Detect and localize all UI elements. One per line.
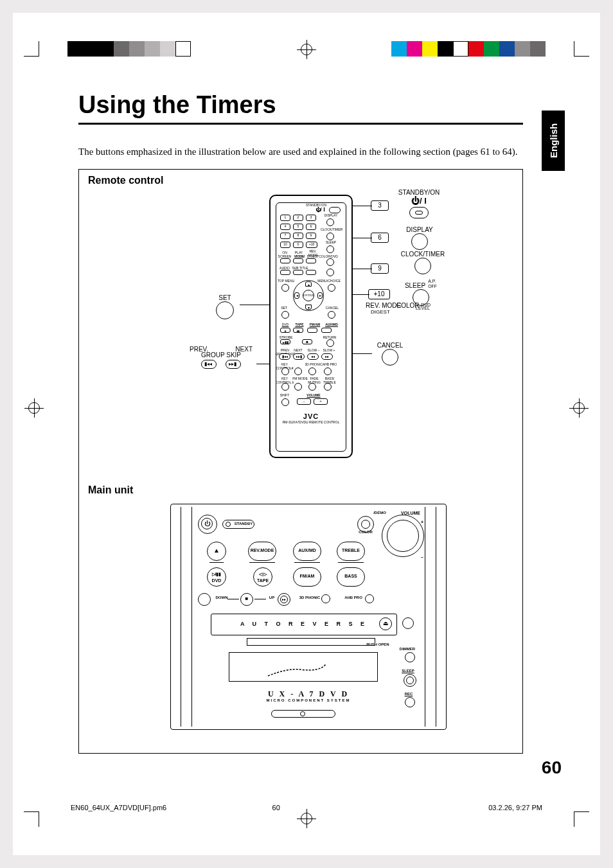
remote-inner-outline: STANDBY/ON ⏻/ I 1 2 3 DISPLAY 4 5 6 [276,202,346,452]
tiny-display-btn [326,218,334,226]
model-label: U X - A 7 D V D [171,689,446,699]
callout-standby: STANDBY/ON ⏻/ I [390,189,448,220]
prev-track-icon: ▮◂◂ [204,361,212,367]
tiny-key-3: 3 [306,215,316,221]
nav-down-icon: ▾ [305,305,312,310]
tiny-key-5: 5 [293,224,303,230]
key-9-icon: 9 [371,263,389,274]
dvd-button: ▷/▮▮ DVD [207,567,226,587]
tiny-stop-btn: ■ [302,339,312,344]
tiny-subtitle-btn [293,270,303,275]
tiny-volup-btn: + [314,398,328,405]
label-standby: STANDBY/ON [390,189,448,196]
tiny-key-plus10: +10 [306,242,317,248]
tiny-playmode-btn [293,258,303,263]
ahbpro-btn [365,594,374,603]
tiny-onscreen-btn [280,258,290,263]
page-title: Using the Timers [78,91,528,119]
label-cancel: CANCEL [371,342,409,349]
tiny-key-6: 6 [306,224,316,230]
callout-color: COLOR DVD LEVEL [396,302,441,316]
tiny-ff-btn: ▸▸ [321,353,333,360]
ulabel-ahbpro: AHB PRO [342,596,365,599]
main-unit-title: Main unit [88,484,513,496]
auxmd-button: AUX/MD [293,542,321,561]
clock-timer-ring-icon [414,258,431,274]
tiny-slowp-lbl: SLOW + [321,348,337,352]
tiny-audio-btn [280,270,290,275]
tiny-nextgrp-lbl: NEXT [292,348,305,352]
volume-knob [382,515,424,557]
tiny-cancel-lbl: CANCEL [324,306,341,310]
tiny-fmam-btn [307,328,317,333]
tiny-dvd-btn: ▸ [280,328,290,333]
nav-up-icon: ▴ [305,281,312,287]
label-rev-mode: REV. MODE [366,302,401,309]
nav-ring-icon: ENTER ▴ ▾ ◂ ▸ [293,280,324,311]
tiny-fade-btn [308,383,316,391]
label-digest: DIGEST [371,309,390,315]
tiny-key-2: 2 [293,215,303,221]
disc-tray [271,710,335,718]
callout-group-skip: PREV. NEXT GROUP SKIP ▮◂◂ ▸▸▮ [186,346,256,369]
tiny-clock-btn [326,233,334,240]
crop-mark-br [574,811,589,827]
tiny-keyctrl1-btn [281,368,289,375]
tiny-standby-icon: ⏻/ I [315,207,325,213]
tiny-clock-lbl: CLOCK/TIMER [319,227,344,231]
ulabel-demo: /DEMO [370,511,389,515]
callout-plus10: +10 [368,289,390,299]
remote-illustration: SET PREV. NEXT GROUP SKIP ▮◂◂ [88,191,513,481]
callout-key9: 9 [371,263,389,274]
tiny-key-9: 9 [306,233,316,239]
crop-mark-tr [574,41,589,57]
language-tab: English [542,111,565,171]
volume-minus: – [419,554,425,559]
crop-mark-tl [24,41,39,57]
tiny-voldown-btn: – [297,398,311,405]
tiny-auxmd-btn [321,328,332,333]
stop-icon: ■ [240,593,253,606]
tiny-cancel-btn [328,311,335,319]
tiny-dvd-lbl: DVD [279,323,292,326]
tape-slit [247,638,375,646]
display-ring-icon [411,233,428,250]
lcd-display [229,652,378,682]
tiny-fmam-lbl: FM/AM [307,323,323,326]
callout-set: SET [209,294,241,321]
callout-display: DISPLAY [394,226,445,251]
callout-key3: 3 [371,200,389,211]
leader-key3 [351,206,372,206]
tiny-key-8: 8 [293,233,303,239]
label-ap: A.P. [428,279,436,283]
tiny-volume-lbl: VOLUME [301,393,326,397]
remote-panel-title: Remote control [88,175,513,186]
tiny-ahbpro-btn [324,368,332,375]
footer: EN60_64UX_A7DVD[UF].pm6 60 03.2.26, 9:27… [64,804,549,811]
footer-filename: EN60_64UX_A7DVD[UF].pm6 [71,804,166,811]
ulabel-standby: STANDBY [232,522,255,526]
tiny-tape-btn: ◂▸ [293,328,303,333]
spectrum-icon [229,653,378,682]
eject-button-icon: ▲ [207,542,226,561]
tiny-remote-model: RM-SUXA7DVDU REMOTE CONTROL [276,420,346,424]
tape-eject-btn: ⏏ [379,617,392,630]
label-display: DISPLAY [394,226,445,233]
printer-swatches-right [391,41,546,57]
model-subtitle: MICRO COMPONENT SYSTEM [171,698,446,702]
tiny-shift-lbl: SHIFT [278,393,292,397]
callout-set-label: SET [209,294,241,301]
next-pill-icon: ▸▸▮ [226,360,241,369]
nav-left-icon: ◂ [294,292,299,299]
intro-text: The buttons emphasized in the illustrati… [78,146,528,157]
tiny-sleep-lbl: SLEEP [321,240,341,244]
registration-mark-right [573,402,585,414]
registration-mark-left [28,402,40,414]
tiny-ahbpro-lbl: AHB PRO [321,362,338,366]
tiny-key-0: 0 [293,242,303,248]
phonic3d-btn [321,594,330,603]
ff-icon: ▸▸ [278,593,290,606]
registration-mark-bottom [301,813,312,824]
ulabel-up: UP [267,596,276,599]
tiny-fmmode-btn [294,383,302,391]
